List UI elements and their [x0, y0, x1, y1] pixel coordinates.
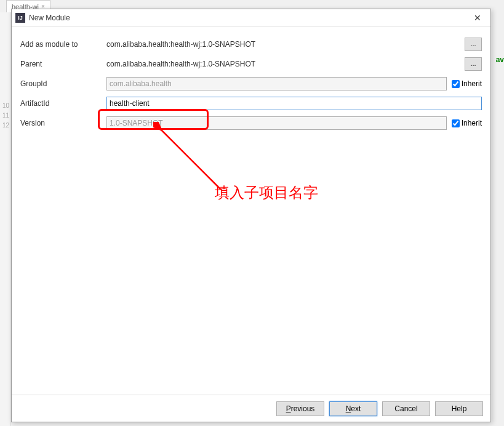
version-inherit-checkbox[interactable]: Inherit — [452, 119, 482, 127]
version-input — [106, 116, 447, 130]
intellij-icon: IJ — [15, 13, 25, 23]
version-inherit-input[interactable] — [452, 119, 460, 127]
dialog-content: Add as module to com.alibaba.health:heal… — [12, 26, 490, 395]
annotation-text: 填入子项目名字 — [215, 183, 318, 203]
inherit-label: Inherit — [462, 119, 482, 127]
version-label: Version — [20, 119, 106, 127]
groupid-input — [106, 77, 447, 90]
add-module-label: Add as module to — [20, 40, 106, 49]
artifactid-input[interactable] — [106, 97, 482, 110]
inherit-label: Inherit — [462, 79, 482, 88]
parent-value: com.alibaba.health:health-wj:1.0-SNAPSHO… — [106, 60, 460, 68]
groupid-inherit-input[interactable] — [452, 80, 460, 88]
close-button[interactable]: ✕ — [468, 11, 487, 25]
bg-code-fragment: av — [496, 55, 504, 64]
help-button[interactable]: Help — [435, 401, 483, 416]
svg-line-1 — [161, 129, 221, 190]
line-gutter: 10 11 12 — [0, 12, 11, 426]
parent-browse-button[interactable]: ... — [465, 57, 482, 71]
dialog-footer: Previous Next Cancel Help — [12, 395, 490, 422]
dialog-title: New Module — [29, 14, 468, 22]
artifactid-label: ArtifactId — [20, 99, 106, 108]
cancel-button[interactable]: Cancel — [382, 401, 430, 416]
add-module-value: com.alibaba.health:health-wj:1.0-SNAPSHO… — [106, 40, 460, 49]
groupid-inherit-checkbox[interactable]: Inherit — [452, 79, 482, 88]
parent-label: Parent — [20, 60, 106, 68]
new-module-dialog: IJ New Module ✕ Add as module to com.ali… — [11, 9, 491, 422]
titlebar: IJ New Module ✕ — [12, 9, 490, 26]
next-button[interactable]: Next — [329, 401, 377, 416]
groupid-label: GroupId — [20, 79, 106, 88]
previous-button[interactable]: Previous — [276, 401, 324, 416]
add-module-browse-button[interactable]: ... — [465, 38, 482, 51]
